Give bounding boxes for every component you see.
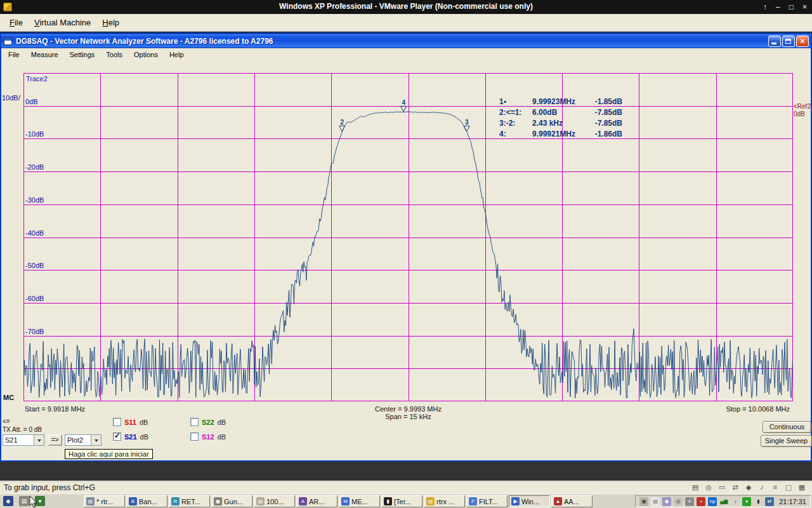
host-task-buttons: ▤* rtr...BBan...RRET...▣Gun...▤100...AAR… [84,495,593,507]
fullscreen-button[interactable]: ↑ [763,0,767,14]
s-parameter-select[interactable]: S21 [3,434,44,446]
host-task-button-icon: F [469,497,477,505]
quick-launch-browser-icon[interactable]: ◆ [3,496,13,506]
vnwa-menu-measure[interactable]: Measure [25,49,64,60]
host-task-button-icon: ▲ [554,497,562,505]
s21-trace [23,112,793,398]
checkbox-box[interactable] [113,418,121,426]
y-axis-label-30db: -30dB [25,196,44,204]
marker-readout-level: -7.85dB [591,108,622,117]
host-task-button-label: RET... [181,498,200,505]
checkbox-box[interactable]: ✓ [113,432,121,441]
vnwa-menu-options[interactable]: Options [128,49,164,60]
scheduler-tray-icon[interactable]: ◆ [662,497,671,506]
checkbox-s21[interactable]: ✓S21dB [113,432,148,441]
host-task-button-10[interactable]: FFILT... [466,495,508,507]
map-trace-button[interactable]: => [48,434,62,446]
y-scale-per-div-label: 10dB/ [2,94,20,102]
wifi-signal-tray-icon[interactable]: ▄▆ [719,497,728,506]
dropdown-arrow-icon[interactable] [91,435,101,445]
memory-icon[interactable]: ▦ [797,483,807,492]
checkbox-box[interactable] [190,432,199,441]
display-tray-icon[interactable]: ▤ [651,497,660,506]
svg-text:4: 4 [402,99,405,106]
marker-readout-prefix: 2:<=1: [499,108,532,117]
host-task-button-6[interactable]: AAR... [296,495,337,507]
checkbox-box[interactable] [190,418,199,426]
checkbox-unit: dB [140,433,148,441]
maximize-button[interactable] [782,36,795,47]
serial-port-icon[interactable]: ≡ [770,483,780,492]
minimize-button[interactable]: – [776,0,780,14]
volume-tray-icon[interactable]: ♪ [731,497,740,506]
minimize-icon [771,43,776,44]
host-task-button-1[interactable]: ▤* rtr... [84,495,125,507]
vnwa-menu-tools[interactable]: Tools [100,49,128,60]
host-task-button-11[interactable]: ▶Win... [509,495,550,507]
quick-launch-desktop-icon[interactable]: ▤ [19,496,29,506]
marker-readout-value: 9.99921MHz [532,130,591,138]
marker-readout-value: 9.99923MHz [532,97,591,106]
hard-disk-icon[interactable]: ▤ [690,483,700,492]
vnwa-menu-settings[interactable]: Settings [64,49,101,60]
host-task-button-8[interactable]: ▮[Ter... [381,495,422,507]
usb-controller-icon[interactable]: ◆ [743,483,754,492]
close-button[interactable]: × [796,36,809,47]
host-task-button-4[interactable]: ▣Gun... [211,495,252,507]
network-adapter-icon[interactable]: ⇄ [730,483,740,492]
window-tray-icon[interactable]: ▣ [639,497,648,506]
vnwa-titlebar[interactable]: DG8SAQ - Vector Network Analyzer Softwar… [1,34,811,48]
vnwa-menu-help[interactable]: Help [164,49,190,60]
vmware-window-title: Windows XP Professional - VMware Player … [0,2,812,11]
vmware-menu-file[interactable]: File [4,16,29,29]
vnwa-menu-file[interactable]: File [3,49,25,60]
filter-response-plot[interactable]: 234 Trace2 1▪9.99923MHz-1.85dB2:<=1:6.00… [23,73,793,401]
cd-rom-icon[interactable]: ◎ [704,483,714,492]
vmware-menu-items: FileVirtual MachineHelp [4,16,125,29]
vmware-menu-virtual-machine[interactable]: Virtual Machine [29,16,96,29]
host-task-button-5[interactable]: ▤100... [254,495,295,507]
host-task-button-9[interactable]: ▤rtrx ... [424,495,465,507]
vmware-menu-help[interactable]: Help [96,16,125,29]
checkbox-s22[interactable]: S22dB [190,418,226,426]
rx-direction-label: <= [3,418,10,425]
host-tray-icons: ▣▤◆◎≡▪hp▄▆♪●▮⇄ [639,497,774,506]
security-tray-icon[interactable]: ▪ [697,497,705,506]
host-task-button-icon: ▮ [384,497,392,505]
plot-select[interactable]: Plot2 [65,434,102,446]
checkbox-unit: dB [218,433,226,441]
host-task-button-icon: ▶ [511,497,520,505]
marker-readout-value: 2.43 kHz [532,119,591,128]
marker-readout-row: 3:-2:2.43 kHz-7.85dB [499,117,622,128]
printer-tray-icon[interactable]: ≡ [685,497,694,506]
marker-3[interactable]: 3 [464,119,469,131]
host-task-button-2[interactable]: BBan... [126,495,167,507]
marker-readout-prefix: 1▪ [499,97,532,106]
y-axis-label-50db: -50dB [25,262,44,269]
marker-readout-level: -1.86dB [591,130,622,138]
maximize-button[interactable]: □ [789,0,794,14]
checkbox-s12[interactable]: S12dB [190,432,226,441]
hp-tray-icon[interactable]: hp [708,497,717,506]
display-icon[interactable]: ▢ [783,483,794,492]
search-tray-icon[interactable]: ◎ [674,497,683,506]
dropdown-arrow-icon[interactable] [34,435,44,445]
marker-2[interactable]: 2 [339,119,345,131]
marker-4[interactable]: 4 [401,99,407,112]
battery-tray-icon[interactable]: ▮ [754,497,763,506]
continuous-sweep-button[interactable]: Continuous [763,421,811,433]
close-button[interactable]: × [802,0,807,14]
marker-readout-row: 2:<=1:6.00dB-7.85dB [499,107,622,117]
network-tray-icon[interactable]: ⇄ [765,497,774,506]
checkbox-s11[interactable]: S11dB [113,418,148,426]
plot-canvas[interactable]: 234 [23,73,793,401]
host-task-button-12[interactable]: ▲AA... [551,495,593,507]
host-task-button-3[interactable]: RRET... [169,495,210,507]
sound-adapter-icon[interactable]: ♪ [757,483,767,492]
minimize-button[interactable] [768,36,781,47]
host-task-button-label: * rtr... [96,498,113,505]
single-sweep-button[interactable]: Single Sweep [761,435,812,447]
floppy-icon[interactable]: ▭ [717,483,727,492]
messenger-tray-icon[interactable]: ● [742,497,751,506]
host-task-button-7[interactable]: MME... [339,495,380,507]
